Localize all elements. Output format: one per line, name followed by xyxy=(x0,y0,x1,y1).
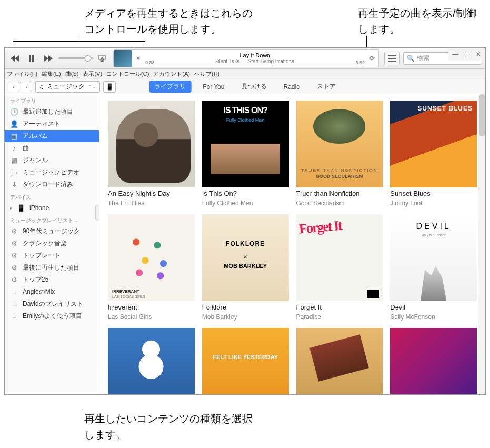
shuffle-icon[interactable]: ⤭ xyxy=(132,50,144,67)
maximize-button[interactable]: ☐ xyxy=(463,51,471,58)
sidebar-item[interactable]: ▦ジャンル xyxy=(5,154,99,166)
menu-song[interactable]: 曲(S) xyxy=(65,70,79,78)
sidebar-item[interactable]: ♪曲 xyxy=(5,142,99,154)
sidebar-item[interactable]: 👤アーティスト xyxy=(5,118,99,130)
sidebar-item[interactable]: ▤アルバム xyxy=(5,130,99,142)
album-cover[interactable]: SUNSET BLUES xyxy=(390,101,477,187)
sidebar-item[interactable]: 🕒最近追加した項目 xyxy=(5,106,99,118)
sidebar-item-label: 最後に再生した項目 xyxy=(23,263,79,272)
album-cover[interactable] xyxy=(296,328,383,395)
volume-slider[interactable] xyxy=(58,57,93,59)
next-button[interactable] xyxy=(42,52,55,65)
sidebar-playlist[interactable]: ≡Emilyのよく使う項目 xyxy=(5,310,99,322)
album-item[interactable]: HOLIDAY STANDARDSSAMMY DEAN FINATRA, SR. xyxy=(108,328,195,395)
sidebar-item[interactable]: ⬇ダウンロード済み xyxy=(5,178,99,191)
close-button[interactable]: ✕ xyxy=(475,51,482,58)
album-item[interactable]: Forget It Forget It Paradise xyxy=(296,214,383,321)
playlist-icon: ≡ xyxy=(10,288,18,296)
sidebar-playlist[interactable]: ⚙最後に再生した項目 xyxy=(5,262,99,274)
album-art-thumbnail xyxy=(114,50,132,67)
callout-playback: メディアを再生するときはこれらのコントロールを使用します。 xyxy=(84,5,253,37)
sidebar-playlist[interactable]: ⚙90年代ミュージック xyxy=(5,225,99,237)
sidebar-playlist[interactable]: ≡AngieのMix xyxy=(5,286,99,298)
menu-file[interactable]: ファイル(F) xyxy=(7,70,37,78)
sidebar-playlist[interactable]: ⚙トップ25 xyxy=(5,274,99,286)
sidebar-playlist[interactable]: ⚙クラシック音楽 xyxy=(5,237,99,250)
album-cover[interactable]: IS THIS ON?Fully Clothed Men xyxy=(202,101,289,187)
album-item[interactable]: FELT LIKE YESTERDAYscalawag state xyxy=(202,328,289,395)
sidebar-playlist[interactable]: ≡Davidのプレイリスト xyxy=(5,298,99,310)
album-item[interactable]: DEVILSally McFenson Devil Sally McFenson xyxy=(390,214,477,321)
now-playing-subtitle: Silent Tails — Start Being Irrational xyxy=(214,58,295,64)
menu-controls[interactable]: コントロール(C) xyxy=(106,70,149,78)
menu-view[interactable]: 表示(V) xyxy=(83,70,102,78)
sidebar-playlist[interactable]: ⚙トップレート xyxy=(5,250,99,262)
svg-rect-4 xyxy=(388,61,396,62)
album-artist: Sally McFenson xyxy=(390,313,477,321)
menu-help[interactable]: ヘルプ(H) xyxy=(194,70,219,78)
sidebar-item-label: 曲 xyxy=(23,144,29,153)
album-item[interactable]: IS THIS ON?Fully Clothed Men Is This On?… xyxy=(202,101,289,207)
svg-rect-3 xyxy=(388,58,396,59)
sidebar-item-label: 最近追加した項目 xyxy=(23,107,73,116)
tab-for-you[interactable]: For You xyxy=(197,82,229,92)
album-artist: Jimmy Loot xyxy=(390,200,477,207)
playlist-icon: ⚙ xyxy=(10,264,18,272)
airplay-button[interactable] xyxy=(96,53,108,64)
music-icon: ♫ xyxy=(39,83,44,91)
sidebar-item-icon: 👤 xyxy=(10,120,18,128)
minimize-button[interactable]: — xyxy=(452,51,459,58)
tab-library[interactable]: ライブラリ xyxy=(149,81,191,93)
sidebar-resize-handle[interactable] xyxy=(95,205,99,221)
playlist-icon: ⚙ xyxy=(10,227,18,236)
album-item[interactable] xyxy=(296,328,383,395)
sidebar-device[interactable]: ▸📱iPhone xyxy=(5,202,99,214)
album-cover[interactable]: FOLKLORE✕MOB BARKLEY xyxy=(202,214,289,301)
album-cover[interactable]: HOLIDAY STANDARDSSAMMY DEAN FINATRA, SR. xyxy=(108,328,195,395)
album-cover[interactable]: IRREVERANTLAS SOCIAL GIRLS xyxy=(108,214,195,301)
album-cover[interactable]: DEVILSally McFenson xyxy=(390,214,477,301)
album-cover[interactable]: TRUER THAN NONFICTIONGOOD SECULARISM xyxy=(296,101,383,187)
scrollbar-thumb[interactable] xyxy=(479,94,485,136)
up-next-button[interactable] xyxy=(384,52,400,65)
album-title: Forget It xyxy=(296,303,383,311)
album-cover[interactable]: Forget It xyxy=(296,214,383,301)
sidebar-item-label: iPhone xyxy=(29,204,49,212)
repeat-icon[interactable]: ⟳ xyxy=(366,50,378,67)
sidebar-item[interactable]: ▭ミュージックビデオ xyxy=(5,166,99,178)
media-picker-label: ミュージック xyxy=(47,82,85,91)
menu-bar: ファイル(F) 編集(E) 曲(S) 表示(V) コントロール(C) アカウント… xyxy=(5,69,485,79)
album-title: Folklore xyxy=(202,303,289,311)
album-artist: Mob Barkley xyxy=(202,313,289,321)
album-item[interactable]: TRUER THAN NONFICTIONGOOD SECULARISM Tru… xyxy=(296,101,383,207)
tab-browse[interactable]: 見つける xyxy=(236,81,272,93)
chevron-down-icon[interactable]: ⌄ xyxy=(75,218,78,223)
menu-account[interactable]: アカウント(A) xyxy=(153,70,190,78)
tab-radio[interactable]: Radio xyxy=(278,82,305,92)
previous-button[interactable] xyxy=(8,52,22,65)
sidebar-item-icon: ▭ xyxy=(10,168,18,177)
album-item[interactable]: An Easy Night's Day The Fruitflies xyxy=(108,101,195,207)
back-button[interactable]: ‹ xyxy=(8,82,19,92)
album-cover[interactable] xyxy=(108,101,195,187)
pause-button[interactable] xyxy=(25,52,38,65)
sidebar-item-label: ミュージックビデオ xyxy=(23,168,79,177)
album-item[interactable] xyxy=(390,328,477,395)
disclosure-icon[interactable]: ▸ xyxy=(10,205,13,211)
playlist-icon: ⚙ xyxy=(10,240,18,248)
scrollbar[interactable] xyxy=(478,94,485,394)
album-item[interactable]: IRREVERANTLAS SOCIAL GIRLS Irreverent La… xyxy=(108,214,195,321)
media-type-picker[interactable]: ♫ ミュージック ⌃⌄ xyxy=(35,81,100,93)
device-button[interactable]: 📱 xyxy=(103,81,116,93)
album-item[interactable]: SUNSET BLUES Sunset Blues Jimmy Loot xyxy=(390,101,477,207)
forward-button[interactable]: › xyxy=(21,82,32,92)
now-playing-display[interactable]: ⤭ 0:38 Lay It Down Silent Tails — Start … xyxy=(113,49,379,67)
menu-edit[interactable]: 編集(E) xyxy=(42,70,61,78)
tab-store[interactable]: ストア xyxy=(312,81,341,93)
album-title: Devil xyxy=(390,303,477,311)
album-cover[interactable] xyxy=(390,328,477,395)
sidebar-item-icon: ▤ xyxy=(10,132,18,141)
callout-bracket xyxy=(13,41,145,45)
album-cover[interactable]: FELT LIKE YESTERDAYscalawag state xyxy=(202,328,289,395)
album-item[interactable]: FOLKLORE✕MOB BARKLEY Folklore Mob Barkle… xyxy=(202,214,289,321)
